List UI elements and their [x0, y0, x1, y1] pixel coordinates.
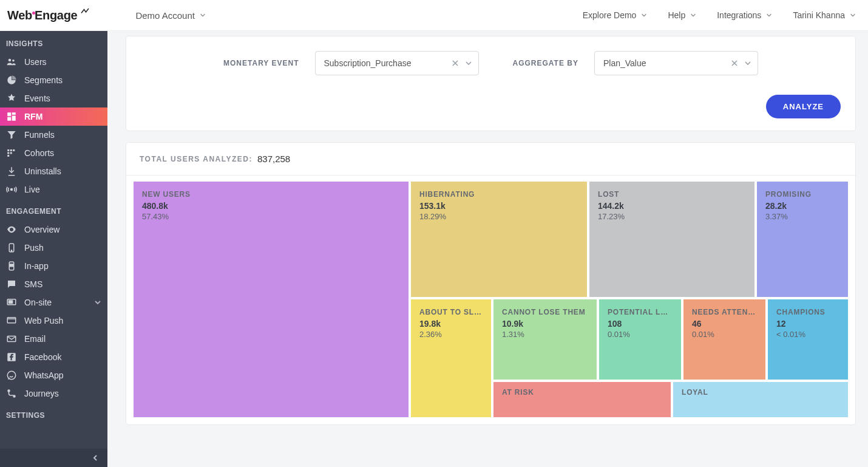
nav-label: Tarini Khanna — [793, 10, 845, 20]
sidebar-item-whatsapp[interactable]: WhatsApp — [0, 366, 107, 384]
tile-hibernating[interactable]: HIBERNATING 153.1k 18.29% — [411, 182, 587, 297]
sidebar-collapse[interactable] — [0, 449, 107, 467]
monetary-event-dropdown[interactable]: Subscription_Purchase — [315, 51, 479, 75]
clear-icon[interactable] — [731, 60, 738, 67]
tile-champions[interactable]: CHAMPIONS 12 < 0.01% — [768, 299, 848, 380]
uninstalls-icon — [6, 166, 17, 177]
tile-count: 46 — [692, 319, 757, 329]
tile-title: NEEDS ATTENTI… — [692, 308, 757, 316]
chevron-down-icon — [200, 12, 206, 18]
tile-about-to-sleep[interactable]: ABOUT TO SLE… 19.8k 2.36% — [411, 299, 491, 417]
tile-title: HIBERNATING — [419, 190, 578, 199]
email-icon — [6, 333, 17, 344]
chevron-down-icon — [690, 12, 696, 18]
dropdown-value: Subscription_Purchase — [324, 58, 446, 68]
sidebar-item-label: Events — [24, 94, 101, 103]
cohorts-icon — [6, 148, 17, 159]
svg-rect-4 — [12, 116, 16, 121]
sidebar-item-label: Web Push — [24, 316, 101, 326]
tile-pct: 18.29% — [419, 212, 578, 221]
onsite-icon — [6, 297, 17, 308]
sidebar-item-webpush[interactable]: Web Push — [0, 312, 107, 330]
sidebar-item-onsite[interactable]: On-site — [0, 293, 107, 312]
sidebar-item-label: Users — [24, 57, 101, 67]
sidebar-item-label: Overview — [24, 225, 101, 234]
tile-pct: 2.36% — [419, 330, 483, 339]
account-name: Demo Account — [135, 10, 195, 21]
logo: WebEngage — [5, 7, 93, 24]
sidebar-item-events[interactable]: Events — [0, 89, 107, 107]
sidebar-item-live[interactable]: Live — [0, 180, 107, 199]
tile-pct: 3.37% — [765, 212, 839, 221]
dropdown-value: Plan_Value — [603, 58, 725, 68]
total-users-value: 837,258 — [257, 154, 290, 164]
tile-title: CANNOT LOSE THEM — [502, 308, 588, 316]
tile-count: 144.2k — [598, 201, 746, 211]
aggregate-by-label: AGGREGATE BY — [513, 59, 578, 67]
events-icon — [6, 93, 17, 104]
account-picker[interactable]: Demo Account — [135, 10, 206, 21]
whatsapp-icon — [6, 370, 17, 381]
sidebar-item-label: Uninstalls — [24, 166, 101, 176]
tile-pct: 0.01% — [608, 330, 673, 339]
tile-needs-attention[interactable]: NEEDS ATTENTI… 46 0.01% — [683, 299, 765, 380]
sidebar-item-cohorts[interactable]: Cohorts — [0, 144, 107, 162]
sidebar-item-segments[interactable]: Segments — [0, 71, 107, 89]
sidebar-item-email[interactable]: Email — [0, 330, 107, 348]
analyze-button[interactable]: ANALYZE — [766, 95, 841, 118]
sidebar-section-engagement: ENGAGEMENT — [0, 199, 107, 220]
svg-rect-7 — [10, 149, 12, 151]
tile-pct: 17.23% — [598, 212, 746, 221]
svg-rect-5 — [7, 117, 11, 121]
nav-explore-demo[interactable]: Explore Demo — [583, 10, 648, 20]
chevron-down-icon — [850, 12, 856, 18]
svg-rect-11 — [7, 155, 9, 157]
funnels-icon — [6, 129, 17, 140]
svg-rect-3 — [12, 112, 16, 115]
logo-chevron-icon — [80, 7, 90, 18]
tile-title: AT RISK — [502, 388, 662, 397]
live-icon — [6, 184, 17, 195]
tile-count: 480.8k — [142, 201, 400, 211]
svg-point-1 — [12, 60, 15, 62]
sidebar-item-uninstalls[interactable]: Uninstalls — [0, 162, 107, 180]
tile-count: 153.1k — [419, 201, 578, 211]
chevron-down-icon — [641, 12, 647, 18]
tile-lost[interactable]: LOST 144.2k 17.23% — [589, 182, 754, 297]
sidebar-item-funnels[interactable]: Funnels — [0, 126, 107, 144]
sidebar-item-sms[interactable]: SMS — [0, 275, 107, 293]
tile-pct: 57.43% — [142, 212, 400, 221]
aggregate-by-dropdown[interactable]: Plan_Value — [594, 51, 758, 75]
sidebar-item-inapp[interactable]: In-app — [0, 257, 107, 275]
tile-count: 108 — [608, 319, 673, 329]
tile-count: 19.8k — [419, 319, 483, 329]
total-users-label: TOTAL USERS ANALYZED: — [140, 155, 253, 163]
sidebar-item-facebook[interactable]: Facebook — [0, 348, 107, 366]
nav-help[interactable]: Help — [668, 10, 696, 20]
nav-user-menu[interactable]: Tarini Khanna — [793, 10, 856, 20]
sidebar-item-users[interactable]: Users — [0, 53, 107, 71]
analysis-card: TOTAL USERS ANALYZED: 837,258 NEW USERS … — [126, 142, 856, 425]
tile-promising[interactable]: PROMISING 28.2k 3.37% — [757, 182, 848, 297]
main-content: MONETARY EVENT Subscription_Purchase AGG… — [107, 31, 868, 467]
tile-count: 12 — [776, 319, 839, 329]
tile-loyal[interactable]: LOYAL — [673, 382, 848, 417]
journeys-icon — [6, 388, 17, 399]
users-icon — [6, 56, 17, 67]
tile-cannot-lose-them[interactable]: CANNOT LOSE THEM 10.9k 1.31% — [493, 299, 597, 380]
sidebar-item-rfm[interactable]: RFM — [0, 107, 107, 126]
sidebar-item-journeys[interactable]: Journeys — [0, 384, 107, 403]
tile-title: POTENTIAL LOY… — [608, 308, 673, 316]
sidebar-item-label: Funnels — [24, 130, 101, 140]
tile-potential-loyal[interactable]: POTENTIAL LOY… 108 0.01% — [599, 299, 681, 380]
tile-count: 28.2k — [765, 201, 839, 211]
nav-integrations[interactable]: Integrations — [717, 10, 772, 20]
tile-new-users[interactable]: NEW USERS 480.8k 57.43% — [134, 182, 409, 417]
sidebar-item-overview[interactable]: Overview — [0, 220, 107, 239]
sidebar-item-label: WhatsApp — [24, 370, 101, 380]
sidebar-item-label: Cohorts — [24, 148, 101, 158]
tile-at-risk[interactable]: AT RISK — [493, 382, 671, 417]
clear-icon[interactable] — [452, 60, 459, 67]
svg-point-0 — [8, 59, 12, 62]
sidebar-item-push[interactable]: Push — [0, 239, 107, 257]
